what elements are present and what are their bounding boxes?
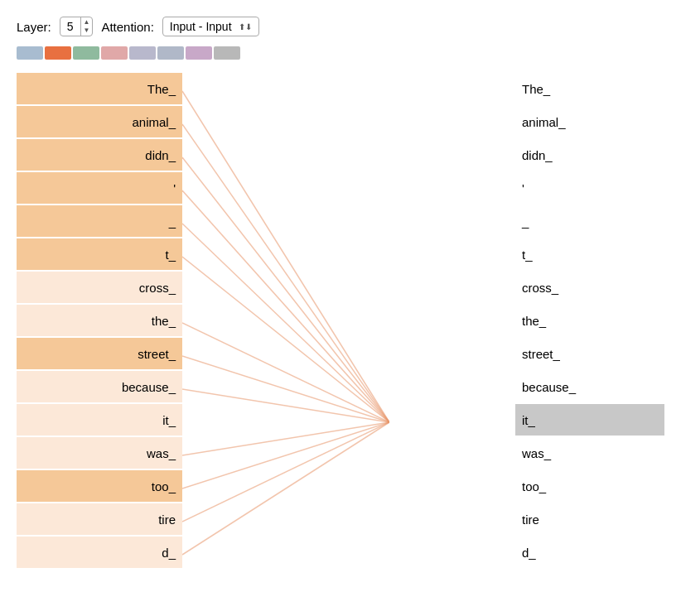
token-left-10: it_ — [17, 404, 182, 436]
token-right-12: too_ — [515, 470, 664, 502]
attention-value: Input - Input — [170, 20, 232, 33]
token-right-6: cross_ — [515, 272, 664, 303]
token-right-4: _ — [515, 205, 664, 237]
token-right-5: t_ — [515, 238, 664, 270]
token-left-9: because_ — [17, 371, 182, 402]
token-left-7: the_ — [17, 305, 182, 336]
color-head-3[interactable] — [101, 46, 128, 60]
token-right-2: didn_ — [515, 139, 664, 171]
token-right-13: tire — [515, 503, 664, 535]
controls-bar: Layer: 5 ▲ ▼ Attention: Input - Input ⬆⬇ — [17, 17, 664, 36]
token-list-left: The_animal_didn_'_t_cross_the_street_bec… — [17, 73, 182, 570]
color-head-0[interactable] — [17, 46, 43, 60]
token-left-6: cross_ — [17, 272, 182, 303]
token-left-4: _ — [17, 205, 182, 237]
layer-label: Layer: — [17, 20, 51, 34]
token-left-11: was_ — [17, 437, 182, 469]
color-heads — [17, 46, 664, 60]
token-right-7: the_ — [515, 305, 664, 336]
token-list-right: The_animal_didn_'_t_cross_the_street_bec… — [515, 73, 664, 570]
layer-spinner-arrows[interactable]: ▲ ▼ — [81, 18, 93, 34]
token-left-0: The_ — [17, 73, 182, 104]
token-right-1: animal_ — [515, 106, 664, 137]
token-left-2: didn_ — [17, 139, 182, 171]
color-head-1[interactable] — [45, 46, 71, 60]
token-right-10: it_ — [515, 404, 664, 436]
layer-value: 5 — [60, 17, 81, 36]
token-left-3: ' — [17, 172, 182, 204]
token-right-0: The_ — [515, 73, 664, 104]
color-head-4[interactable] — [129, 46, 156, 60]
main-area: The_animal_didn_'_t_cross_the_street_bec… — [17, 73, 664, 570]
token-right-3: ' — [515, 172, 664, 204]
token-left-14: d_ — [17, 537, 182, 568]
token-left-12: too_ — [17, 470, 182, 502]
token-left-1: animal_ — [17, 106, 182, 137]
token-right-14: d_ — [515, 537, 664, 568]
token-right-8: street_ — [515, 338, 664, 369]
color-head-5[interactable] — [157, 46, 184, 60]
canvas-area — [182, 73, 515, 570]
token-right-11: was_ — [515, 437, 664, 469]
token-right-9: because_ — [515, 371, 664, 402]
attention-label: Attention: — [101, 20, 153, 34]
color-head-2[interactable] — [73, 46, 99, 60]
token-left-8: street_ — [17, 338, 182, 369]
attention-select[interactable]: Input - Input ⬆⬇ — [162, 17, 259, 36]
color-head-7[interactable] — [214, 46, 240, 60]
attention-select-arrow: ⬆⬇ — [239, 22, 252, 31]
token-left-13: tire — [17, 503, 182, 535]
layer-spinner[interactable]: 5 ▲ ▼ — [60, 17, 94, 36]
token-left-5: t_ — [17, 238, 182, 270]
color-head-6[interactable] — [186, 46, 212, 60]
